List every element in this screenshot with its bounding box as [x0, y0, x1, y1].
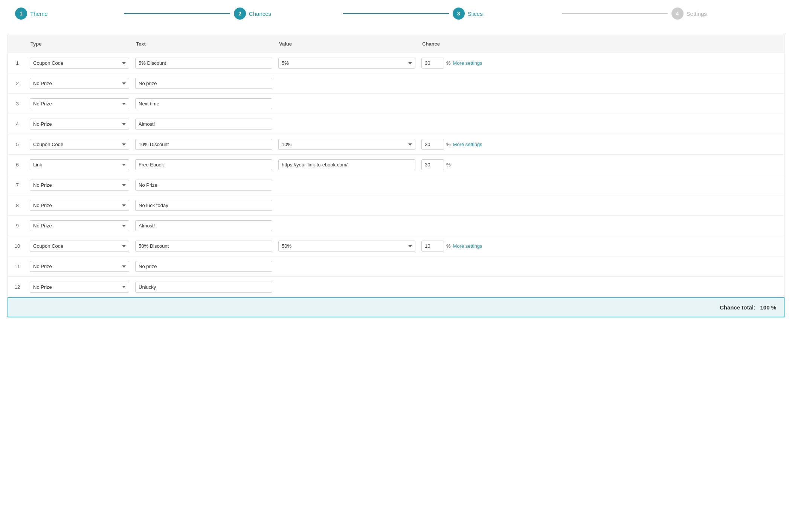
- row-5-chance-input[interactable]: [421, 139, 444, 150]
- row-4-text-cell: [132, 119, 275, 130]
- slices-table: Type Text Value Chance 1No PrizeCoupon C…: [8, 35, 784, 297]
- row-6-text-input[interactable]: [135, 159, 272, 170]
- step-1-circle: 1: [15, 8, 27, 20]
- row-10-type-select[interactable]: No PrizeCoupon CodeLink: [30, 241, 129, 252]
- row-12-text-input[interactable]: [135, 282, 272, 293]
- row-3-text-input[interactable]: [135, 98, 272, 109]
- row-10-value-select[interactable]: 5%10%15%20%25%30%50%: [278, 241, 415, 252]
- step-4[interactable]: 4 Settings: [671, 8, 777, 20]
- row-6-num: 6: [8, 162, 27, 168]
- table-row: 5No PrizeCoupon CodeLink5%10%15%20%25%30…: [8, 134, 784, 155]
- row-7-text-cell: [132, 180, 275, 191]
- row-8-text-input[interactable]: [135, 200, 272, 211]
- row-10-type-cell: No PrizeCoupon CodeLink: [27, 241, 132, 252]
- row-9-num: 9: [8, 223, 27, 229]
- row-9-type-select[interactable]: No PrizeCoupon CodeLink: [30, 220, 129, 231]
- row-6-pct-label: %: [446, 162, 451, 168]
- row-1-type-cell: No PrizeCoupon CodeLink: [27, 58, 132, 69]
- table-row: 1No PrizeCoupon CodeLink5%10%15%20%25%30…: [8, 53, 784, 73]
- row-1-text-input[interactable]: [135, 58, 272, 69]
- row-3-text-cell: [132, 98, 275, 109]
- step-line-3-4: [562, 13, 667, 14]
- row-8-text-cell: [132, 200, 275, 211]
- row-7-num: 7: [8, 182, 27, 188]
- row-5-type-select[interactable]: No PrizeCoupon CodeLink: [30, 139, 129, 150]
- row-2-type-select[interactable]: No PrizeCoupon CodeLink: [30, 78, 129, 89]
- row-1-more-settings-link[interactable]: More settings: [453, 60, 482, 66]
- row-1-value-select[interactable]: 5%10%15%20%25%30%50%: [278, 58, 415, 69]
- table-row: 9No PrizeCoupon CodeLink: [8, 216, 784, 236]
- row-8-num: 8: [8, 203, 27, 208]
- row-2-text-input[interactable]: [135, 78, 272, 89]
- row-5-text-cell: [132, 139, 275, 150]
- row-10-value-cell: 5%10%15%20%25%30%50%: [275, 241, 418, 252]
- chance-total-label: Chance total:: [720, 304, 755, 311]
- step-1-label: Theme: [30, 11, 48, 17]
- row-11-text-cell: [132, 261, 275, 272]
- row-10-more-settings-link[interactable]: More settings: [453, 243, 482, 249]
- row-1-chance-input[interactable]: [421, 58, 444, 69]
- row-6-chance-input[interactable]: [421, 159, 444, 170]
- row-7-text-input[interactable]: [135, 180, 272, 191]
- row-12-type-select[interactable]: No PrizeCoupon CodeLink: [30, 282, 129, 293]
- chance-total-unit: %: [771, 304, 776, 311]
- header-value: Value: [275, 39, 418, 49]
- row-4-type-select[interactable]: No PrizeCoupon CodeLink: [30, 119, 129, 130]
- row-10-chance-input[interactable]: [421, 241, 444, 252]
- header-text: Text: [132, 39, 275, 49]
- row-5-chance-cell: %More settings: [418, 139, 479, 150]
- row-10-text-input[interactable]: [135, 241, 272, 252]
- step-line-1-2: [124, 13, 230, 14]
- row-6-type-select[interactable]: No PrizeCoupon CodeLink: [30, 159, 129, 170]
- row-5-value-select[interactable]: 5%10%15%20%25%30%50%: [278, 139, 415, 150]
- step-2[interactable]: 2 Chances: [234, 8, 339, 20]
- row-4-text-input[interactable]: [135, 119, 272, 130]
- row-8-type-cell: No PrizeCoupon CodeLink: [27, 200, 132, 211]
- row-1-type-select[interactable]: No PrizeCoupon CodeLink: [30, 58, 129, 69]
- row-1-text-cell: [132, 58, 275, 69]
- step-1[interactable]: 1 Theme: [15, 8, 121, 20]
- row-3-type-cell: No PrizeCoupon CodeLink: [27, 98, 132, 109]
- row-9-type-cell: No PrizeCoupon CodeLink: [27, 220, 132, 231]
- row-10-num: 10: [8, 243, 27, 249]
- row-11-text-input[interactable]: [135, 261, 272, 272]
- footer-bar: Chance total: 100 %: [8, 297, 784, 317]
- table-row: 12No PrizeCoupon CodeLink: [8, 277, 784, 297]
- row-1-chance-cell: %More settings: [418, 58, 479, 69]
- row-8-type-select[interactable]: No PrizeCoupon CodeLink: [30, 200, 129, 211]
- row-9-text-input[interactable]: [135, 220, 272, 231]
- row-1-pct-label: %: [446, 60, 451, 66]
- row-11-type-select[interactable]: No PrizeCoupon CodeLink: [30, 261, 129, 272]
- row-5-value-cell: 5%10%15%20%25%30%50%: [275, 139, 418, 150]
- row-4-type-cell: No PrizeCoupon CodeLink: [27, 119, 132, 130]
- row-5-text-input[interactable]: [135, 139, 272, 150]
- row-6-value-input[interactable]: [278, 159, 415, 170]
- step-4-circle: 4: [671, 8, 684, 20]
- row-10-text-cell: [132, 241, 275, 252]
- row-11-num: 11: [8, 264, 27, 269]
- row-3-type-select[interactable]: No PrizeCoupon CodeLink: [30, 98, 129, 109]
- row-2-type-cell: No PrizeCoupon CodeLink: [27, 78, 132, 89]
- header-num: [8, 39, 27, 49]
- row-3-num: 3: [8, 101, 27, 107]
- table-row: 4No PrizeCoupon CodeLink: [8, 114, 784, 134]
- row-10-chance-cell: %More settings: [418, 241, 479, 252]
- row-6-text-cell: [132, 159, 275, 170]
- table-row: 10No PrizeCoupon CodeLink5%10%15%20%25%3…: [8, 236, 784, 256]
- step-3-circle: 3: [453, 8, 465, 20]
- row-7-type-select[interactable]: No PrizeCoupon CodeLink: [30, 180, 129, 191]
- header-type: Type: [27, 39, 132, 49]
- row-12-text-cell: [132, 282, 275, 293]
- step-3-label: Slices: [468, 11, 483, 17]
- row-1-value-cell: 5%10%15%20%25%30%50%: [275, 58, 418, 69]
- step-2-circle: 2: [234, 8, 246, 20]
- table-row: 8No PrizeCoupon CodeLink: [8, 195, 784, 216]
- table-row: 7No PrizeCoupon CodeLink: [8, 175, 784, 195]
- row-1-num: 1: [8, 60, 27, 66]
- row-6-type-cell: No PrizeCoupon CodeLink: [27, 159, 132, 170]
- row-5-more-settings-link[interactable]: More settings: [453, 142, 482, 147]
- table-row: 6No PrizeCoupon CodeLink%: [8, 155, 784, 175]
- step-3[interactable]: 3 Slices: [453, 8, 558, 20]
- stepper: 1 Theme 2 Chances 3 Slices 4 Settings: [0, 0, 792, 27]
- row-5-type-cell: No PrizeCoupon CodeLink: [27, 139, 132, 150]
